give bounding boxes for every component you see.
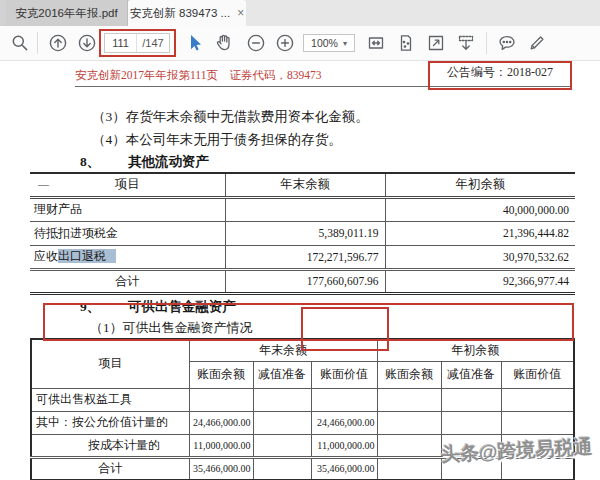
sub-header-impairment: 减值准备	[253, 361, 311, 388]
section-9-subtitle: （1）可供出售金融资产情况	[90, 319, 253, 337]
page-up-icon[interactable]	[48, 33, 68, 53]
cell-item: 合计	[31, 457, 189, 480]
cell-value: 35,466,000.00	[189, 457, 253, 480]
zoom-level-select[interactable]: 100% ▾	[303, 34, 355, 52]
toolbar-separator	[486, 32, 487, 54]
report-page-header: 安克创新2017年年报第111页 证券代码，839473	[75, 68, 321, 83]
cell-value	[441, 411, 501, 434]
group-header-year-end: 年末余额	[189, 339, 377, 361]
cell-year-begin: 40,000,000.00	[385, 197, 575, 221]
cell-value	[189, 388, 253, 411]
section-9-number: 9、	[80, 298, 100, 316]
toolbar-separator	[37, 32, 38, 54]
cell-value	[377, 457, 441, 480]
table-row-equity-instruments: 可供出售权益工具	[31, 388, 574, 411]
tab-839473-active[interactable]: 安克创新 839473 ... ×	[128, 0, 246, 26]
fit-width-icon[interactable]	[366, 33, 386, 53]
table-row-export-tax-rebate: 应收出口退税 172,271,596.77 30,970,532.62	[30, 245, 575, 269]
cell-item: 可供出售权益工具	[31, 388, 189, 411]
paragraph-3: （3）存货年末余额中无借款费用资本化金额。	[92, 108, 369, 126]
announcement-number: 公告编号：2018-027	[430, 64, 570, 81]
cell-item: 按成本计量的	[31, 434, 189, 457]
cell-item: 应收出口退税	[30, 245, 225, 269]
col-header-year-begin: 年初余额	[385, 173, 575, 197]
group-header-year-begin: 年初余额	[377, 339, 574, 361]
cell-value: 35,466,000.00	[311, 457, 377, 480]
tab-2016-annual-report[interactable]: 安克2016年年报.pdf	[6, 0, 128, 26]
pdf-toolbar: 111 /147 100% ▾	[0, 26, 600, 61]
current-page-value[interactable]: 111	[105, 34, 137, 52]
cell-item: 合计	[30, 269, 225, 293]
cell-year-end: 5,389,011.19	[225, 221, 385, 245]
cell-value	[377, 388, 441, 411]
cell-year-end	[225, 197, 385, 221]
select-cursor-icon[interactable]	[184, 33, 204, 53]
cell-item: 其中：按公允价值计量的	[31, 411, 189, 434]
header-rule	[75, 86, 570, 87]
total-pages-label: /147	[137, 34, 169, 52]
cell-year-begin: 21,396,444.82	[385, 221, 575, 245]
tab-label: 安克创新 839473 ...	[130, 6, 230, 21]
col-header-item: 项目	[31, 339, 189, 388]
cell-year-end: 177,660,607.96	[225, 269, 385, 293]
cell-item: 待抵扣进项税金	[30, 221, 225, 245]
cell-value	[253, 434, 311, 457]
page-down-icon[interactable]	[77, 33, 97, 53]
cell-value: 11,000,000.00	[189, 434, 253, 457]
tab-label: 安克2016年年报.pdf	[15, 6, 117, 21]
cell-value	[501, 388, 574, 411]
other-current-assets-table: — 项目 年末余额 年初余额 理财产品 40,000,000.00 待抵扣进项税…	[30, 172, 575, 295]
section-9-title: 可供出售金融资产	[128, 298, 236, 316]
sub-header-impairment: 减值准备	[441, 361, 501, 388]
cell-value: 11,000,000.00	[311, 434, 377, 457]
actual-size-icon[interactable]	[396, 33, 416, 53]
hand-tool-icon[interactable]	[214, 33, 234, 53]
table-group-header-row: 项目 年末余额 年初余额	[31, 339, 574, 361]
sub-header-book-balance: 账面余额	[189, 361, 253, 388]
snapshot-download-icon[interactable]	[456, 33, 476, 53]
cell-value	[377, 411, 441, 434]
tab-bar-empty-area	[245, 0, 600, 26]
zoom-out-icon[interactable]	[246, 33, 266, 53]
cell-value	[311, 388, 377, 411]
cell-year-end: 172,271,596.77	[225, 245, 385, 269]
comment-icon[interactable]	[497, 33, 517, 53]
paragraph-4: （4）本公司年末无用于债务担保的存货。	[92, 131, 342, 149]
table-row-total: 合计 177,660,607.96 92,366,977.44	[30, 269, 575, 293]
sub-header-book-balance: 账面余额	[377, 361, 441, 388]
cell-value	[377, 434, 441, 457]
section-8-title: 其他流动资产	[128, 153, 209, 171]
section-8-number: 8、	[80, 153, 100, 171]
cell-value	[441, 388, 501, 411]
page-number-input[interactable]: 111 /147	[104, 33, 170, 53]
text-cursor-mark: —	[38, 178, 49, 190]
close-icon[interactable]: ×	[237, 7, 244, 19]
table-row-wealth-products: 理财产品 40,000,000.00	[30, 197, 575, 221]
table-row-fair-value-measured: 其中：按公允价值计量的 24,466,000.00 24,466,000.00	[31, 411, 574, 434]
fit-page-icon[interactable]	[426, 33, 446, 53]
col-header-item: — 项目	[30, 173, 225, 197]
selected-text: 出口退税	[58, 249, 116, 263]
sub-header-book-value: 账面价值	[501, 361, 574, 388]
tab-bar: 安克2016年年报.pdf 安克创新 839473 ... ×	[0, 0, 600, 26]
cell-value: 24,466,000.00	[311, 411, 377, 434]
col-header-year-end: 年末余额	[225, 173, 385, 197]
sub-header-book-value: 账面价值	[311, 361, 377, 388]
cell-value	[253, 457, 311, 480]
cell-year-begin: 30,970,532.62	[385, 245, 575, 269]
cell-value	[253, 411, 311, 434]
cell-item: 理财产品	[30, 197, 225, 221]
cell-value	[501, 411, 574, 434]
highlighter-icon[interactable]	[527, 33, 547, 53]
zoom-in-icon[interactable]	[275, 33, 295, 53]
search-icon[interactable]	[10, 33, 30, 53]
pdf-page: 安克创新2017年年报第111页 证券代码，839473 公告编号：2018-0…	[0, 61, 600, 480]
table-header-row: — 项目 年末余额 年初余额	[30, 173, 575, 197]
cell-value: 24,466,000.00	[189, 411, 253, 434]
item-prefix: 应收	[34, 249, 58, 263]
zoom-level-value: 100%	[311, 37, 338, 49]
cell-value	[253, 388, 311, 411]
chevron-down-icon: ▾	[343, 39, 347, 48]
pdf-viewer-window: 安克2016年年报.pdf 安克创新 839473 ... × 111 /147	[0, 0, 600, 480]
table-row-input-vat: 待抵扣进项税金 5,389,011.19 21,396,444.82	[30, 221, 575, 245]
